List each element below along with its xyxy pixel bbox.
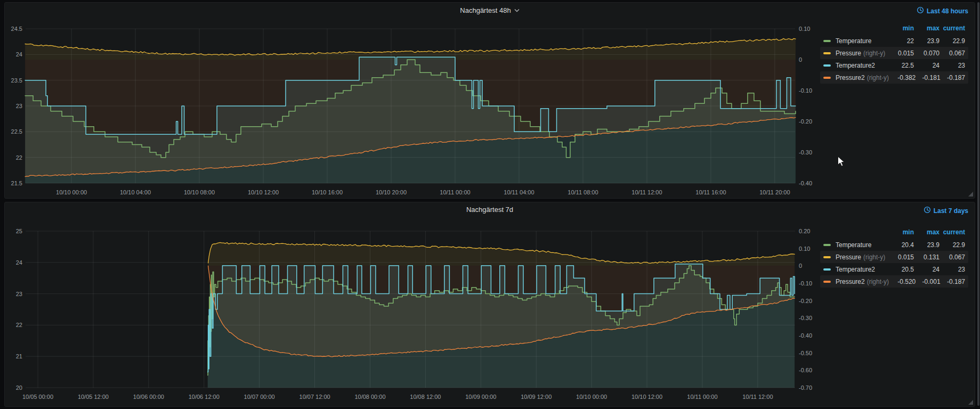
y-right-tick-label: 0.10 (799, 246, 810, 252)
legend-value-current: 22.9 (939, 241, 965, 249)
y-left-tick-label: 22 (16, 322, 22, 328)
legend-value-current: 0.067 (939, 50, 965, 57)
legend-row-temperature2[interactable]: Temperature220.52423 (820, 263, 968, 275)
y-right-tick-label: -0.20 (799, 118, 812, 125)
series-color-swatch (823, 281, 831, 283)
x-tick-label: 10/05 00:00 (22, 394, 53, 400)
legend-col-header-max[interactable]: max (914, 24, 939, 32)
x-tick-label: 10/08 00:00 (354, 394, 385, 400)
x-tick-label: 10/06 00:00 (133, 394, 164, 400)
time-range-picker[interactable]: Last 48 hours (917, 6, 968, 15)
time-range-label: Last 48 hours (927, 7, 968, 15)
series-color-swatch (823, 64, 831, 67)
legend-row-pressure[interactable]: Pressure(right-y)0.0150.1310.067 (820, 251, 968, 263)
right-axis-suffix: (right-y) (863, 253, 885, 261)
y-right-tick-label: -0.20 (799, 298, 812, 304)
series-label: Temperature (836, 241, 886, 249)
x-tick-label: 10/10 08:00 (184, 189, 215, 195)
panel-title[interactable]: Nachgärtest 48h (5, 6, 975, 14)
clock-icon (917, 6, 924, 15)
y-left-tick-label: 24 (16, 259, 22, 266)
legend-value-min: 20.4 (886, 241, 914, 249)
legend-col-header-current[interactable]: current (939, 24, 965, 32)
legend-table: minmaxcurrentTemperature20.423.922.9Pres… (820, 226, 968, 288)
series-label: Temperature (836, 37, 886, 45)
legend-value-min: 20.5 (886, 266, 914, 273)
x-tick-label: 10/10 00:00 (576, 394, 607, 400)
y-left-tick-label: 24.5 (11, 26, 22, 32)
x-tick-label: 10/11 04:00 (504, 189, 534, 195)
series-label: Temperature2 (836, 62, 886, 69)
panel-nachgaertest-48h: Nachgärtest 48h Last 48 hours 24.52423.5… (4, 2, 975, 199)
legend-col-header-min[interactable]: min (886, 24, 914, 32)
legend-value-current: 23 (939, 266, 965, 273)
legend-header-row: minmaxcurrent (820, 22, 968, 35)
x-tick-label: 10/10 20:00 (376, 189, 407, 195)
legend-value-max: 24 (914, 62, 939, 69)
legend-value-max: 0.070 (914, 50, 939, 57)
chevron-down-icon (514, 6, 520, 14)
panel-resize-handle[interactable] (968, 400, 973, 405)
x-tick-label: 10/10 04:00 (120, 189, 151, 195)
x-tick-label: 10/10 12:00 (248, 189, 279, 195)
y-left-tick-label: 23.5 (11, 77, 22, 84)
x-tick-label: 10/05 12:00 (78, 394, 109, 400)
x-tick-label: 10/10 00:00 (56, 189, 87, 195)
y-left-tick-label: 23 (16, 103, 22, 109)
y-left-tick-label: 21 (16, 353, 22, 359)
y-left-tick-label: 22 (16, 154, 22, 161)
y-left-tick-label: 20 (16, 385, 22, 391)
y-right-tick-label: -0.10 (799, 87, 812, 94)
right-axis-suffix: (right-y) (863, 50, 885, 57)
series-fills (208, 242, 795, 388)
panel-resize-handle[interactable] (968, 192, 973, 197)
legend-value-min: -0.520 (889, 278, 916, 285)
x-tick-label: 10/11 00:00 (440, 189, 470, 195)
legend-col-header-current[interactable]: current (939, 228, 965, 236)
legend-row-pressure2[interactable]: Pressure2(right-y)-0.382-0.181-0.187 (820, 71, 968, 84)
time-range-picker[interactable]: Last 7 days (924, 206, 968, 215)
series-color-swatch (823, 77, 831, 79)
legend-row-pressure[interactable]: Pressure(right-y)0.0150.0700.067 (820, 47, 968, 59)
x-tick-label: 10/10 16:00 (312, 189, 343, 195)
y-right-tick-label: -0.30 (799, 315, 812, 321)
legend-value-max: 23.9 (914, 37, 939, 45)
legend-value-current: -0.187 (941, 74, 965, 81)
legend-row-temperature[interactable]: Temperature20.423.922.9 (820, 239, 968, 251)
y-right-tick-label: -0.40 (799, 332, 812, 339)
legend-header-row: minmaxcurrent (820, 226, 968, 239)
x-tick-label: 10/07 00:00 (244, 394, 275, 400)
x-tick-label: 10/11 12:00 (742, 394, 773, 400)
vertical-scrollbar[interactable] (977, 2, 979, 406)
legend-col-header-max[interactable]: max (914, 228, 939, 236)
legend-row-temperature2[interactable]: Temperature222.52423 (820, 59, 968, 71)
legend-table: minmaxcurrentTemperature2223.922.9Pressu… (820, 22, 968, 84)
y-right-tick-label: -0.50 (799, 350, 812, 356)
x-tick-label: 10/11 20:00 (759, 189, 790, 195)
x-tick-label: 10/11 16:00 (695, 189, 726, 195)
panel-title[interactable]: Nachgärtest 7d (5, 206, 975, 214)
series-label: Pressure(right-y) (836, 50, 886, 57)
panel-title-text: Nachgärtest 7d (466, 206, 513, 214)
legend-row-temperature[interactable]: Temperature2223.922.9 (820, 35, 968, 47)
legend-col-header-min[interactable]: min (886, 228, 914, 236)
y-left-tick-label: 21.5 (11, 180, 22, 186)
y-right-tick-label: 0.10 (799, 26, 810, 32)
x-tick-label: 10/06 12:00 (189, 394, 220, 400)
legend-value-max: -0.181 (916, 74, 940, 81)
legend-value-max: 23.9 (914, 241, 939, 249)
y-right-tick-label: -0.60 (799, 367, 812, 373)
legend-value-current: -0.187 (941, 278, 965, 285)
x-tick-label: 10/09 00:00 (465, 394, 496, 400)
panel-nachgaertest-7d: Nachgärtest 7d Last 7 days 2524232221200… (4, 202, 975, 407)
legend-value-max: 24 (914, 266, 939, 273)
y-right-tick-label: 0.20 (799, 228, 810, 234)
series-label: Pressure2(right-y) (836, 278, 889, 285)
series-label: Pressure(right-y) (836, 253, 886, 261)
y-right-tick-label: 0 (799, 263, 802, 269)
legend-value-min: 0.015 (886, 253, 914, 261)
legend-row-pressure2[interactable]: Pressure2(right-y)-0.520-0.001-0.187 (820, 275, 968, 288)
right-axis-suffix: (right-y) (867, 74, 889, 81)
legend-value-min: 22.5 (886, 62, 914, 69)
series-fill-pressure (25, 38, 796, 60)
